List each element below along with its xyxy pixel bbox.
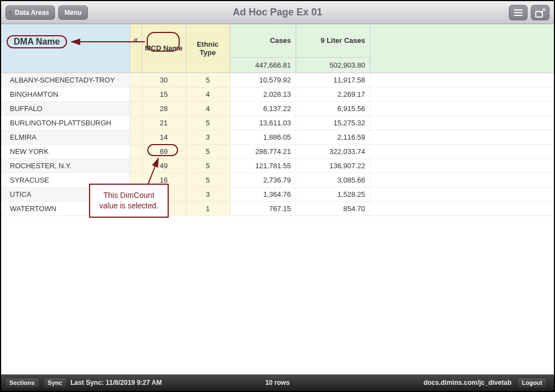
export-button[interactable]: ↗ bbox=[531, 5, 550, 20]
cell-empty bbox=[370, 187, 554, 201]
table-row[interactable]: NEW YORK695286,774.21322,033.74 bbox=[1, 144, 554, 158]
collapse-toggle[interactable]: « bbox=[130, 24, 142, 73]
hamburger-button[interactable] bbox=[509, 5, 528, 20]
cell-mcd[interactable]: 14 bbox=[142, 130, 186, 144]
cell-ethnic[interactable]: 5 bbox=[186, 158, 230, 173]
cell-cases: 13,611.03 bbox=[230, 115, 296, 130]
cell-mcd[interactable]: 11 bbox=[142, 201, 186, 216]
cell-empty bbox=[370, 173, 554, 187]
chevron-left-double-icon: « bbox=[134, 34, 138, 46]
cell-mcd[interactable]: 30 bbox=[142, 73, 186, 87]
cell-collapse bbox=[130, 201, 142, 216]
cell-9liter: 854.70 bbox=[296, 201, 370, 216]
cell-ethnic[interactable]: 3 bbox=[186, 130, 230, 144]
cell-cases: 2,028.13 bbox=[230, 87, 296, 101]
cell-empty bbox=[370, 144, 554, 158]
cell-9liter: 6,915.56 bbox=[296, 101, 370, 115]
total-9liter: 502,903.80 bbox=[296, 57, 370, 73]
status-bar: Sections Sync Last Sync: 11/8/2019 9:27 … bbox=[1, 374, 554, 391]
cell-collapse bbox=[130, 173, 142, 187]
col-header-9liter[interactable]: 9 Liter Cases bbox=[296, 24, 370, 57]
cell-9liter: 11,917.58 bbox=[296, 73, 370, 87]
cell-dma[interactable]: BURLINGTON-PLATTSBURGH bbox=[1, 115, 130, 130]
sections-button[interactable]: Sections bbox=[4, 377, 40, 388]
cell-cases: 1,364.76 bbox=[230, 187, 296, 201]
cell-collapse bbox=[130, 130, 142, 144]
hamburger-icon bbox=[514, 9, 523, 16]
table-row[interactable]: ELMIRA1431,886.052,116.59 bbox=[1, 130, 554, 144]
table-row[interactable]: UTICA1331,364.761,528.25 bbox=[1, 187, 554, 201]
cell-ethnic[interactable]: 4 bbox=[186, 87, 230, 101]
cell-dma[interactable]: ELMIRA bbox=[1, 130, 130, 144]
logout-button[interactable]: Logout bbox=[517, 377, 547, 388]
export-icon: ↗ bbox=[535, 8, 545, 18]
cell-mcd[interactable]: 49 bbox=[142, 158, 186, 173]
cell-cases: 6,137.22 bbox=[230, 101, 296, 115]
cell-collapse bbox=[130, 101, 142, 115]
cell-mcd[interactable]: 13 bbox=[142, 187, 186, 201]
table-row[interactable]: BURLINGTON-PLATTSBURGH21513,611.0315,275… bbox=[1, 115, 554, 130]
cell-9liter: 2,269.17 bbox=[296, 87, 370, 101]
table-row[interactable]: WATERTOWN111767.15854.70 bbox=[1, 201, 554, 216]
cell-cases: 10,579.92 bbox=[230, 73, 296, 87]
cell-mcd[interactable]: 16 bbox=[142, 173, 186, 187]
cell-9liter: 1,528.25 bbox=[296, 187, 370, 201]
cell-ethnic[interactable]: 4 bbox=[186, 101, 230, 115]
cell-9liter: 15,275.32 bbox=[296, 115, 370, 130]
sync-button[interactable]: Sync bbox=[43, 377, 67, 388]
cell-dma[interactable]: BINGHAMTON bbox=[1, 87, 130, 101]
cell-empty bbox=[370, 87, 554, 101]
cell-cases: 2,736.79 bbox=[230, 173, 296, 187]
cell-collapse bbox=[130, 73, 142, 87]
cell-collapse bbox=[130, 144, 142, 158]
data-grid[interactable]: « MCD Name Ethnic Type Cases 9 Liter Cas… bbox=[1, 24, 554, 216]
cell-dma[interactable]: WATERTOWN bbox=[1, 201, 130, 216]
cell-dma[interactable]: UTICA bbox=[1, 187, 130, 201]
cell-ethnic[interactable]: 5 bbox=[186, 73, 230, 87]
last-sync-label: Last Sync: 11/8/2019 9:27 AM bbox=[70, 379, 162, 387]
col-header-empty bbox=[370, 24, 554, 73]
cell-ethnic[interactable]: 1 bbox=[186, 201, 230, 216]
cell-dma[interactable]: SYRACUSE bbox=[1, 173, 130, 187]
top-toolbar: Data Areas Menu Ad Hoc Page Ex 01 ↗ bbox=[1, 1, 554, 24]
table-row[interactable]: ALBANY-SCHENECTADY-TROY30510,579.9211,91… bbox=[1, 73, 554, 87]
status-url: docs.dimins.com/jc_divetab bbox=[424, 379, 512, 387]
cell-mcd[interactable]: 15 bbox=[142, 87, 186, 101]
cell-collapse bbox=[130, 158, 142, 173]
cell-cases: 121,781.55 bbox=[230, 158, 296, 173]
cell-dma[interactable]: ALBANY-SCHENECTADY-TROY bbox=[1, 73, 130, 87]
cell-empty bbox=[370, 201, 554, 216]
col-header-ethnic[interactable]: Ethnic Type bbox=[186, 24, 230, 73]
cell-dma[interactable]: NEW YORK bbox=[1, 144, 130, 158]
cell-mcd[interactable]: 28 bbox=[142, 101, 186, 115]
cell-ethnic[interactable]: 3 bbox=[186, 187, 230, 201]
cell-ethnic[interactable]: 5 bbox=[186, 173, 230, 187]
cell-empty bbox=[370, 158, 554, 173]
table-row[interactable]: BINGHAMTON1542,028.132,269.17 bbox=[1, 87, 554, 101]
content-area: « MCD Name Ethnic Type Cases 9 Liter Cas… bbox=[1, 24, 554, 374]
table-row[interactable]: BUFFALO2846,137.226,915.56 bbox=[1, 101, 554, 115]
cell-empty bbox=[370, 101, 554, 115]
back-button[interactable]: Data Areas bbox=[5, 5, 55, 20]
cell-cases: 767.15 bbox=[230, 201, 296, 216]
cell-ethnic[interactable]: 5 bbox=[186, 115, 230, 130]
cell-dma[interactable]: ROCHESTER, N.Y. bbox=[1, 158, 130, 173]
col-header-dma[interactable] bbox=[1, 24, 130, 73]
col-header-mcd[interactable]: MCD Name bbox=[142, 24, 186, 73]
cell-dma[interactable]: BUFFALO bbox=[1, 101, 130, 115]
cell-9liter: 3,085.66 bbox=[296, 173, 370, 187]
total-cases: 447,666.81 bbox=[230, 57, 296, 73]
col-header-cases[interactable]: Cases bbox=[230, 24, 296, 57]
cell-empty bbox=[370, 115, 554, 130]
cell-collapse bbox=[130, 115, 142, 130]
menu-button[interactable]: Menu bbox=[58, 5, 87, 20]
cell-9liter: 2,116.59 bbox=[296, 130, 370, 144]
table-row[interactable]: SYRACUSE1652,736.793,085.66 bbox=[1, 173, 554, 187]
cell-mcd[interactable]: 69 bbox=[142, 144, 186, 158]
cell-empty bbox=[370, 73, 554, 87]
cell-empty bbox=[370, 130, 554, 144]
cell-mcd[interactable]: 21 bbox=[142, 115, 186, 130]
cell-ethnic[interactable]: 5 bbox=[186, 144, 230, 158]
cell-collapse bbox=[130, 87, 142, 101]
table-row[interactable]: ROCHESTER, N.Y.495121,781.55136,907.22 bbox=[1, 158, 554, 173]
